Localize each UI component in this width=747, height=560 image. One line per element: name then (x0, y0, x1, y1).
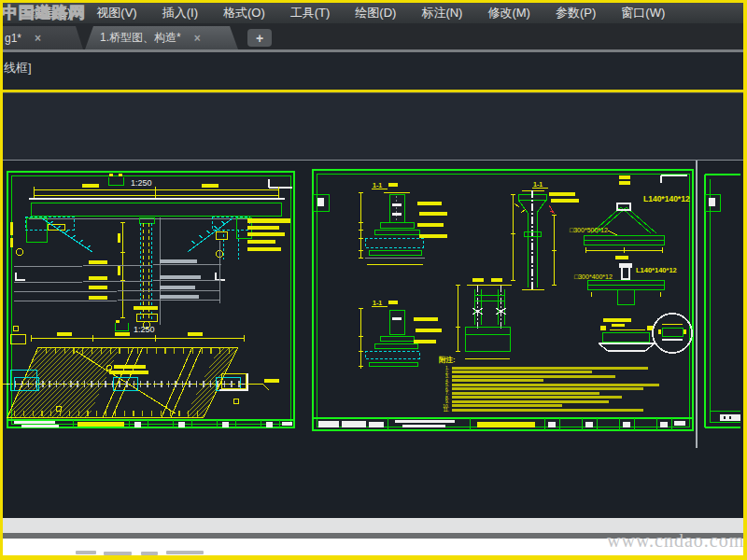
detail-section-1-1-a: 1-1 (359, 182, 447, 264)
section-b-label: 1-1 (373, 300, 382, 306)
section-c-label: 1-1 (533, 181, 543, 188)
detail-section-1-1-b: 1-1 (359, 300, 442, 369)
sheet2-title-block (313, 418, 693, 430)
tab-drawing1-label: g1* (5, 32, 21, 45)
menu-edit[interactable]: 编辑(E) (31, 5, 71, 21)
detail-column-elevation: 1-1 (511, 181, 579, 291)
site-watermark-bottom-right: www.cndao.com (607, 530, 743, 552)
plate-label-1: □300*500*12 (570, 227, 608, 233)
window-border-bottom (0, 555, 747, 560)
plan-scale-label: 1:250 (134, 325, 155, 334)
menu-parametric[interactable]: 参数(P) (556, 5, 596, 21)
menu-bar: 编辑(E) 视图(V) 插入(I) 格式(O) 工具(T) 绘图(D) 标注(N… (3, 3, 743, 23)
notes-block: 附注: 1. 2. 3. 4. 5. 6. 7. 8. 9. 10. 11. (439, 356, 659, 413)
window-border-top (0, 0, 747, 3)
note-num: 11. (444, 408, 449, 413)
menu-dimension[interactable]: 标注(N) (421, 5, 462, 21)
detail-x-brace-node: L140*140*12 □300*500*12 (570, 175, 690, 253)
menu-window[interactable]: 窗口(W) (621, 5, 665, 21)
window-border-left (0, 0, 3, 560)
tab-drawing1[interactable]: g1* × (3, 26, 85, 49)
model-space-canvas[interactable]: 1:250 (3, 93, 743, 518)
viewport-control-bar: 线框] (3, 52, 743, 90)
drawing-tab-bar: g1* × 1.桥型图、构造* × + (3, 23, 743, 49)
tabbar-separator (3, 49, 743, 52)
notes-title: 附注: (439, 356, 456, 364)
detail-t-node: L140*140*12 □300*400*12 (574, 256, 677, 304)
menu-draw[interactable]: 绘图(D) (355, 5, 396, 21)
section-a-label: 1-1 (373, 182, 382, 189)
sheet-bridge-layout: 1:250 (3, 172, 294, 427)
angle-label-2: L140*140*12 (636, 266, 677, 274)
tab-bridge-drawing-close-icon[interactable]: × (194, 32, 201, 45)
menu-insert[interactable]: 插入(I) (162, 5, 198, 21)
tab-drawing1-close-icon[interactable]: × (35, 32, 41, 45)
menu-tools[interactable]: 工具(T) (290, 5, 331, 21)
sheet-details: 1-1 (313, 170, 693, 430)
detail-bearing (599, 314, 692, 353)
detail-twin-column-footing (456, 278, 512, 358)
window-border-right (743, 0, 747, 560)
canvas-upper-band (3, 93, 743, 160)
menu-view[interactable]: 视图(V) (96, 5, 136, 21)
faint-text-fragment (76, 551, 96, 554)
elevation-scale-label: 1:250 (131, 178, 152, 188)
tab-bridge-drawing-label: 1.桥型图、构造* (100, 30, 181, 46)
menu-format[interactable]: 格式(O) (223, 5, 265, 21)
sheet-partial-right (705, 175, 740, 427)
faint-text-fragment (166, 551, 204, 554)
tab-bridge-drawing[interactable]: 1.桥型图、构造* × (85, 26, 238, 49)
cad-application-window: 编辑(E) 视图(V) 插入(I) 格式(O) 工具(T) 绘图(D) 标注(N… (0, 0, 747, 560)
new-tab-button[interactable]: + (247, 29, 272, 47)
visual-style-label[interactable]: 线框] (4, 60, 32, 77)
menu-modify[interactable]: 修改(M) (487, 5, 530, 21)
plate-label-2: □300*400*12 (574, 273, 613, 280)
angle-label-1: L140*140*12 (643, 194, 690, 203)
